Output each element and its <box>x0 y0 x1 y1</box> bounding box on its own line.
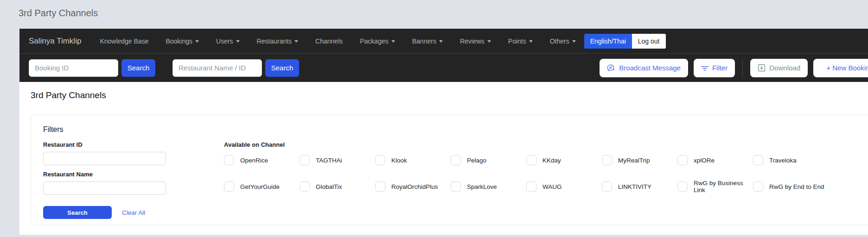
channel-checkbox-rwg-by-business-link[interactable]: RwG by Business Link <box>677 180 753 193</box>
channel-checkbox-sparklove[interactable]: SparkLove <box>451 180 526 193</box>
chevron-down-icon <box>236 40 240 43</box>
channel-checkbox-pelago[interactable]: Pelago <box>451 155 526 165</box>
nav-item-channels[interactable]: Channels <box>315 37 343 45</box>
nav-item-users[interactable]: Users <box>216 37 240 45</box>
channel-label: TAGTHAi <box>316 157 342 164</box>
filter-button[interactable]: Filter <box>694 59 735 77</box>
nav-items: Knowledge BaseBookingsUsersRestaurantsCh… <box>100 37 575 45</box>
restaurant-id-input[interactable] <box>43 152 166 165</box>
search-toolbar: Search Search Broadcast Message <box>19 53 868 82</box>
chevron-down-icon <box>487 40 491 43</box>
channel-checkbox-myrealtrip[interactable]: MyRealTrip <box>602 155 677 165</box>
nav-item-bookings[interactable]: Bookings <box>166 37 199 45</box>
channel-checkbox-getyourguide[interactable]: GetYourGuide <box>224 180 300 193</box>
checkbox-icon[interactable] <box>602 181 612 192</box>
toolbar-actions: Broadcast Message Filter Download <box>600 59 868 77</box>
filter-icon <box>701 65 708 71</box>
chevron-down-icon <box>572 40 576 43</box>
nav-item-label: Others <box>550 37 569 45</box>
checkbox-icon[interactable] <box>677 181 688 192</box>
restaurant-search-button[interactable]: Search <box>265 59 299 77</box>
chevron-down-icon <box>294 40 298 43</box>
main-content: 3rd Party Channels Filters Restaurant ID… <box>19 82 868 235</box>
checkbox-icon[interactable] <box>451 155 461 165</box>
channel-checkbox-royalorchidplus[interactable]: RoyalOrchidPlus <box>375 180 451 193</box>
nav-item-label: Bookings <box>166 37 192 45</box>
checkbox-icon[interactable] <box>526 181 536 192</box>
channel-checkbox-globaltix[interactable]: GlobalTix <box>300 180 375 193</box>
nav-item-packages[interactable]: Packages <box>360 37 395 45</box>
filters-card: Filters Restaurant ID Restaurant Name Se… <box>31 115 868 225</box>
channel-label: RoyalOrchidPlus <box>391 183 438 190</box>
logout-button[interactable]: Log out <box>632 34 666 49</box>
channel-label: Pelago <box>467 157 486 164</box>
channel-label: GetYourGuide <box>240 183 280 190</box>
channel-label: OpenRice <box>240 157 268 164</box>
chevron-down-icon <box>195 40 199 43</box>
navbar: Salinya Timklip Knowledge BaseBookingsUs… <box>19 29 868 53</box>
channel-label: Klook <box>391 157 407 164</box>
checkbox-icon[interactable] <box>677 155 688 165</box>
channel-checkbox-klook[interactable]: Klook <box>375 155 451 165</box>
channel-label: RwG by End to End <box>769 183 824 190</box>
nav-item-label: Users <box>216 37 233 45</box>
toolbar-divider <box>742 59 743 77</box>
filters-search-button[interactable]: Search <box>43 206 112 219</box>
channel-checkbox-rwg-by-end-to-end[interactable]: RwG by End to End <box>753 180 829 193</box>
nav-item-points[interactable]: Points <box>508 37 533 45</box>
restaurant-name-input[interactable] <box>43 181 166 195</box>
clear-all-link[interactable]: Clear All <box>122 209 145 216</box>
checkbox-icon[interactable] <box>224 155 234 165</box>
channel-checkbox-xplore[interactable]: xplORe <box>677 155 753 165</box>
nav-item-others[interactable]: Others <box>550 37 576 45</box>
nav-item-reviews[interactable]: Reviews <box>460 37 491 45</box>
checkbox-icon[interactable] <box>526 155 536 165</box>
nav-item-label: Banners <box>412 37 436 45</box>
checkbox-icon[interactable] <box>375 155 385 165</box>
nav-item-label: Packages <box>360 37 388 45</box>
brand-name[interactable]: Salinya Timklip <box>29 37 81 46</box>
channel-label: Traveloka <box>769 157 797 164</box>
nav-item-label: Reviews <box>460 37 485 45</box>
filters-right-column: Available on Channel OpenRiceTAGTHAiKloo… <box>224 141 829 193</box>
channel-checkbox-traveloka[interactable]: Traveloka <box>753 155 829 165</box>
booking-search-button[interactable]: Search <box>121 59 155 77</box>
checkbox-icon[interactable] <box>375 181 385 192</box>
language-logout-group: English/Thai Log out <box>584 34 666 49</box>
nav-item-restaurants[interactable]: Restaurants <box>257 37 298 45</box>
booking-id-input[interactable] <box>29 59 118 77</box>
nav-item-label: Channels <box>315 37 343 45</box>
download-button[interactable]: Download <box>750 59 808 77</box>
new-booking-button[interactable]: + New Booking <box>813 59 868 77</box>
channel-grid: OpenRiceTAGTHAiKlookPelagoKKdayMyRealTri… <box>224 155 829 193</box>
checkbox-icon[interactable] <box>224 181 234 192</box>
chevron-down-icon <box>439 40 443 43</box>
download-icon <box>758 64 766 72</box>
channel-checkbox-linktivity[interactable]: LINKTIVITY <box>602 180 677 193</box>
language-toggle-button[interactable]: English/Thai <box>584 34 632 49</box>
channel-label: KKday <box>542 157 561 164</box>
nav-item-banners[interactable]: Banners <box>412 37 443 45</box>
restaurant-name-label: Restaurant Name <box>43 171 166 178</box>
channel-label: MyRealTrip <box>618 157 650 164</box>
broadcast-message-button[interactable]: Broadcast Message <box>600 59 688 77</box>
page-header-title: 3rd Party Channels <box>19 8 98 19</box>
nav-item-label: Points <box>508 37 526 45</box>
checkbox-icon[interactable] <box>300 181 310 192</box>
checkbox-icon[interactable] <box>753 155 763 165</box>
channel-checkbox-waug[interactable]: WAUG <box>526 180 602 193</box>
nav-item-knowledge-base[interactable]: Knowledge Base <box>100 37 148 45</box>
channel-checkbox-tagthai[interactable]: TAGTHAi <box>300 155 375 165</box>
checkbox-icon[interactable] <box>753 181 763 192</box>
checkbox-icon[interactable] <box>451 181 461 192</box>
checkbox-icon[interactable] <box>602 155 612 165</box>
restaurant-search-input[interactable] <box>172 59 262 77</box>
channel-label: LINKTIVITY <box>618 183 651 190</box>
download-label: Download <box>769 64 800 72</box>
checkbox-icon[interactable] <box>300 155 310 165</box>
broadcast-label: Broadcast Message <box>619 64 681 72</box>
channel-checkbox-openrice[interactable]: OpenRice <box>224 155 300 165</box>
nav-item-label: Restaurants <box>257 37 292 45</box>
channel-checkbox-kkday[interactable]: KKday <box>526 155 602 165</box>
chevron-down-icon <box>391 40 395 43</box>
